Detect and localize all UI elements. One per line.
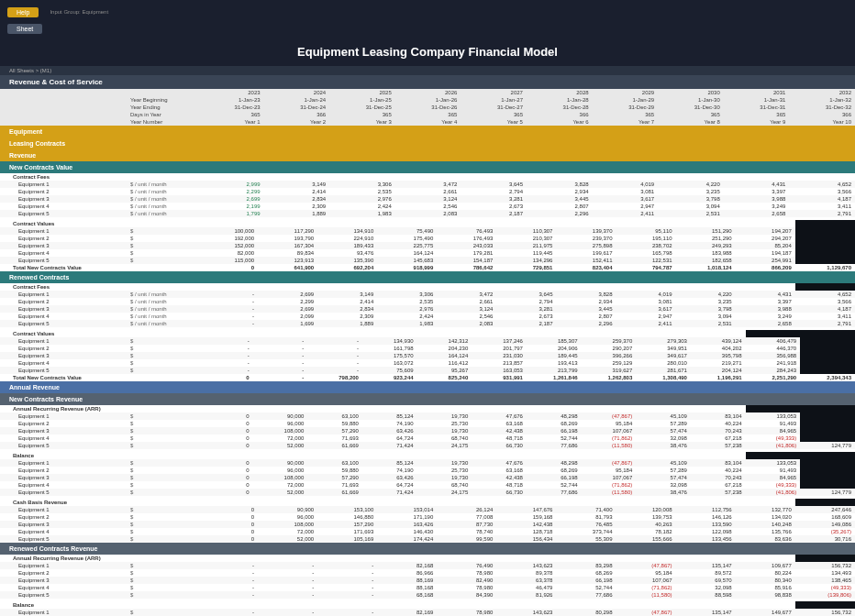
tab-help[interactable]: Help <box>7 7 39 17</box>
balance-ren: BalanceEquipment 1$---82,16978,980143,62… <box>0 601 855 616</box>
new-contract-fees: Contract FeesEquipment 1$ / unit / month… <box>0 173 855 217</box>
band-revenue: Revenue <box>0 149 855 161</box>
breadcrumb: All Sheets > (M1) <box>0 66 855 75</box>
band-leasing: Leasing Contracts <box>0 138 855 149</box>
band-renewed: Renewed Contracts <box>0 271 855 283</box>
band-equipment: Equipment <box>0 126 855 138</box>
arr-new: Annual Recurring Revenue (ARR)Equipment … <box>0 405 855 449</box>
band-new-contracts: New Contracts Value <box>0 161 855 173</box>
header-rows: Year Beginning1-Jan-231-Jan-241-Jan-251-… <box>0 96 855 126</box>
page-title: Equipment Leasing Company Financial Mode… <box>0 38 855 66</box>
header-table: 2023202420252026202720282029203020312032 <box>0 89 855 96</box>
top-bar: Help Input Group: Equipment <box>0 0 855 24</box>
band-ren-rev: Renewed Contracts Revenue <box>0 543 855 555</box>
renewed-contract-fees: Contract FeesEquipment 1$ / unit / month… <box>0 283 855 327</box>
new-contract-values: Contract ValuesEquipment 1$100,000117,29… <box>0 220 855 271</box>
arr-ren: Annual Recurring Revenue (ARR)Equipment … <box>0 555 855 599</box>
cash-new: Cash Basis RevenueEquipment 1$090,900153… <box>0 499 855 543</box>
band-annual-revenue: Annual Revenue <box>0 381 855 393</box>
breadcrumb-subtitle: Input Group: Equipment <box>50 9 108 15</box>
band-new-rev: New Contracts Revenue <box>0 393 855 405</box>
balance-new: BalanceEquipment 1$090,00063,10085,12419… <box>0 452 855 496</box>
section-revenue-cost: Revenue & Cost of Service <box>0 75 855 89</box>
tab-sheet[interactable]: Sheet <box>7 24 42 34</box>
renewed-contract-values: Contract ValuesEquipment 1$---134,930142… <box>0 330 855 381</box>
